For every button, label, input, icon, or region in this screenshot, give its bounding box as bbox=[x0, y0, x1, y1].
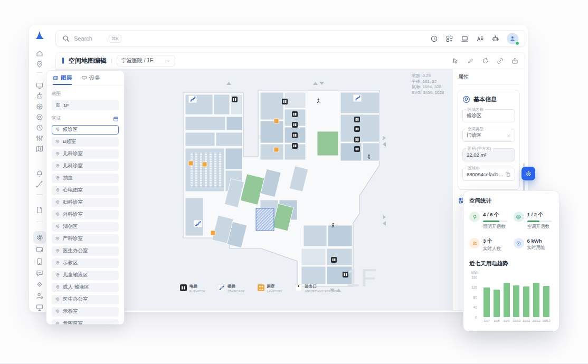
history-icon[interactable] bbox=[430, 35, 438, 43]
area-list-item[interactable]: 候诊区 bbox=[52, 125, 119, 135]
area-name-value: 候诊区 bbox=[467, 112, 482, 119]
map-info: 缩放: 0.29 平移: 101, 32 鼠标: 1094, 328 SVG: … bbox=[412, 73, 444, 95]
area-list-item[interactable]: 产科诊室 bbox=[52, 234, 119, 244]
bar-x-label: 10/13 bbox=[542, 319, 550, 322]
location-icon[interactable] bbox=[35, 60, 44, 69]
area-list-item[interactable]: 抽血 bbox=[52, 174, 119, 183]
stats-settings-button[interactable] bbox=[521, 167, 535, 180]
settings-gear-icon[interactable] bbox=[33, 231, 46, 244]
area-pin-icon bbox=[55, 188, 60, 193]
area-list-item[interactable]: 儿科诊室 bbox=[52, 161, 119, 171]
area-pin-icon bbox=[55, 236, 60, 241]
area-list-item[interactable]: 示教区 bbox=[52, 258, 119, 268]
tablet-icon[interactable] bbox=[35, 257, 44, 266]
sliders-icon[interactable] bbox=[35, 134, 44, 142]
area-list-item[interactable]: 外科诊室 bbox=[52, 210, 119, 219]
area-list-item[interactable]: 示教室 bbox=[52, 307, 119, 317]
bar-x-label: 10/12 bbox=[533, 319, 540, 322]
record-icon[interactable] bbox=[35, 113, 44, 121]
area-filter-icon[interactable] bbox=[113, 116, 119, 122]
area-pin-icon bbox=[55, 309, 60, 314]
tab-layers[interactable]: 图层 bbox=[53, 71, 72, 85]
floor-plan[interactable] bbox=[177, 81, 391, 292]
link-icon[interactable] bbox=[497, 58, 504, 64]
selected-area-hatch[interactable] bbox=[256, 208, 274, 231]
map-legend: 电梯ELEVATOR 楼梯STAIRCASE 厕所LAVATORY 进出口IMP… bbox=[180, 284, 337, 293]
refresh-icon[interactable] bbox=[482, 58, 489, 64]
area-list-item[interactable]: 医生办公室 bbox=[52, 295, 119, 304]
online-status-dot bbox=[515, 41, 519, 45]
area-pin-icon bbox=[55, 261, 60, 265]
edit-pencil-icon[interactable] bbox=[467, 58, 474, 64]
copy-icon[interactable] bbox=[505, 171, 511, 177]
area-label: 产科诊室 bbox=[63, 235, 83, 242]
elevator-icon bbox=[180, 284, 187, 291]
chat-icon[interactable] bbox=[35, 269, 44, 277]
area-list-item[interactable]: 医生办公室 bbox=[52, 246, 119, 256]
area-list-item[interactable]: 心电图室 bbox=[52, 186, 119, 195]
select-tool-icon[interactable] bbox=[452, 58, 459, 64]
document-icon[interactable] bbox=[35, 206, 44, 214]
y-tick-label: 80 bbox=[473, 295, 477, 299]
ac-unit-icon bbox=[514, 212, 524, 222]
area-pin-icon bbox=[55, 151, 60, 156]
nodes-icon[interactable] bbox=[35, 280, 44, 289]
chart-y-axis-label: kWh bbox=[471, 271, 478, 274]
laptop-icon[interactable] bbox=[461, 35, 469, 43]
person-dot-icon[interactable] bbox=[35, 292, 44, 300]
map-icon[interactable] bbox=[35, 145, 44, 153]
ac-progress bbox=[527, 221, 552, 222]
bell-icon[interactable] bbox=[35, 169, 44, 177]
y-tick-label: 160 bbox=[471, 275, 477, 279]
area-label: 医生办公室 bbox=[63, 296, 88, 303]
area-name-field[interactable]: 区域名称 候诊区 bbox=[462, 109, 515, 122]
robot-icon[interactable] bbox=[35, 92, 44, 100]
area-label: B超室 bbox=[63, 138, 76, 145]
area-list-item[interactable]: 成人 输液区 bbox=[52, 283, 119, 292]
properties-title: 属性 bbox=[458, 73, 520, 85]
staircase-icon bbox=[218, 284, 225, 291]
presentation-icon[interactable] bbox=[35, 303, 44, 312]
apps-grid-icon[interactable] bbox=[445, 35, 453, 43]
area-size-field: 面积 (平方米) 22.02 m² bbox=[462, 148, 515, 161]
search-input[interactable] bbox=[74, 35, 105, 42]
area-list-item[interactable]: 妇科诊室 bbox=[52, 198, 119, 207]
floor-watermark: 1F bbox=[346, 263, 377, 292]
area-list-item[interactable]: 清创区 bbox=[52, 222, 119, 232]
export-icon[interactable] bbox=[511, 58, 518, 64]
title-accent-bar bbox=[62, 58, 64, 64]
area-pin-icon bbox=[55, 200, 60, 205]
assistant-robot-icon[interactable] bbox=[491, 35, 499, 43]
bar: 10/10 bbox=[513, 285, 519, 317]
area-label: 候诊区 bbox=[63, 126, 78, 133]
layers-map-icon bbox=[53, 75, 59, 81]
hospital-floor-select[interactable]: 宁波医院 / 1F bbox=[117, 55, 175, 66]
area-list-item[interactable]: 骨密度室 bbox=[52, 319, 119, 324]
steering-wheel-icon[interactable] bbox=[35, 102, 44, 111]
user-avatar[interactable] bbox=[507, 33, 518, 44]
area-list-item[interactable]: 儿童输液区 bbox=[52, 271, 119, 280]
home-icon[interactable] bbox=[35, 49, 44, 58]
basic-info-card: 基本信息 区域名称 候诊区 空间类型 门诊区 面积 (平方米) 22.02 m² bbox=[458, 90, 520, 190]
area-id-field: 区域ID 680094cefad10b000 bbox=[462, 168, 515, 181]
app-logo-icon[interactable] bbox=[34, 30, 45, 41]
area-list-item[interactable]: B超室 bbox=[52, 137, 119, 147]
chevron-down-icon bbox=[166, 59, 170, 63]
lavatory-icon bbox=[258, 284, 264, 291]
display-dot-icon[interactable] bbox=[35, 246, 44, 254]
search-shortcut-badge: ⌘K bbox=[109, 35, 121, 43]
area-list-item[interactable]: 儿科诊室 bbox=[52, 149, 119, 159]
clock-icon[interactable] bbox=[35, 123, 44, 132]
area-label: 外科诊室 bbox=[63, 211, 83, 218]
chevron-down-icon bbox=[506, 133, 511, 138]
basemap-item-1f[interactable]: 1F bbox=[52, 100, 119, 110]
gear-icon bbox=[525, 170, 532, 177]
area-pin-icon bbox=[55, 285, 60, 290]
route-icon[interactable] bbox=[35, 180, 44, 188]
translate-icon[interactable] bbox=[476, 35, 484, 43]
monitor-icon[interactable] bbox=[35, 81, 44, 90]
layers-panel: 图层 设备 底图 1F 区域 候诊区 B超室 bbox=[46, 71, 124, 324]
space-type-select[interactable]: 空间类型 门诊区 bbox=[462, 129, 515, 142]
tab-devices[interactable]: 设备 bbox=[81, 71, 100, 85]
y-tick-label: 40 bbox=[473, 305, 477, 309]
